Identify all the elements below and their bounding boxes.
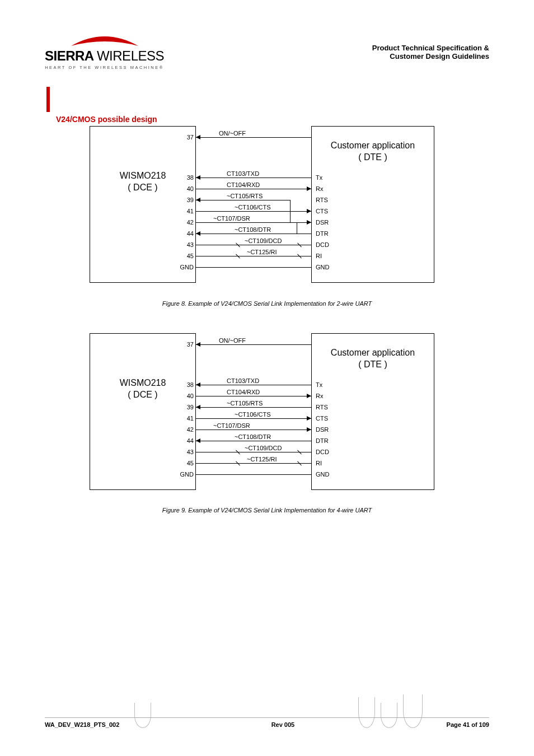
dce-pin: 45 (177, 460, 194, 466)
signal-line (196, 222, 311, 223)
signal-label: ~CT106/CTS (234, 411, 271, 418)
signal-line (196, 385, 311, 385)
nc-mark-icon (297, 449, 302, 455)
dte-pin: RTS (316, 404, 328, 410)
nc-mark-icon (235, 449, 241, 455)
dce-box: WISMO218( DCE ) (90, 126, 196, 283)
nc-mark-icon (297, 242, 302, 248)
signal-line (196, 245, 311, 245)
dce-pin: 44 (177, 230, 194, 237)
dce-pin: 44 (177, 437, 194, 444)
dte-pin: RI (316, 460, 322, 466)
arrow-left-icon (196, 438, 200, 443)
doc-title: Product Technical Specification & Custom… (372, 44, 489, 60)
signal-line (196, 418, 311, 419)
signal-label: ~CT105/RTS (226, 400, 263, 407)
dte-pin: DTR (316, 437, 329, 444)
footer-rev: Rev 005 (271, 721, 295, 728)
page-footer: WA_DEV_W218_PTS_002 Rev 005 Page 41 of 1… (45, 717, 489, 728)
signal-label: ~CT107/DSR (213, 422, 251, 429)
dce-pin: 45 (177, 253, 194, 259)
dte-box: Customer application( DTE ) (311, 333, 434, 490)
signal-line (196, 200, 290, 200)
dte-pin: DTR (316, 230, 329, 237)
signal-label: ~CT108/DTR (234, 433, 271, 440)
signal-line (196, 234, 297, 234)
dte-pin: CTS (316, 415, 328, 422)
arrow-right-icon (307, 416, 311, 421)
signal-line (196, 396, 311, 396)
dce-pin: 40 (177, 185, 194, 192)
signal-line (196, 189, 311, 189)
arrow-left-icon (196, 135, 200, 139)
signal-label: ~CT108/DTR (234, 226, 271, 233)
dte-box: Customer application( DTE ) (311, 126, 434, 283)
signal-label: ~CT109/DCD (244, 445, 282, 451)
dte-pin: DSR (316, 426, 329, 433)
nc-mark-icon (297, 253, 302, 259)
arrow-right-icon (307, 186, 311, 191)
dte-pin: GND (316, 264, 329, 270)
loop-line (297, 222, 297, 234)
diagram-2wire: WISMO218( DCE ) Customer application( DT… (90, 126, 434, 283)
dte-pin: DCD (316, 241, 329, 248)
dte-pin: Tx (316, 174, 322, 181)
nc-mark-icon (235, 242, 241, 248)
nc-mark-icon (297, 460, 302, 466)
signal-line (196, 474, 311, 475)
footer-doc-id: WA_DEV_W218_PTS_002 (45, 721, 119, 728)
dte-label: Customer application( DTE ) (312, 140, 434, 164)
dce-pin: GND (177, 264, 194, 270)
signal-line (196, 256, 311, 256)
dte-pin: Rx (316, 185, 323, 192)
signal-label: ON/~OFF (218, 337, 246, 344)
signal-line (196, 211, 311, 212)
signal-line (196, 407, 311, 408)
dce-pin: 43 (177, 241, 194, 248)
diagram-4wire: WISMO218( DCE ) Customer application( DT… (90, 333, 434, 490)
loop-line (297, 222, 311, 223)
signal-line (196, 463, 311, 464)
arrow-left-icon (196, 382, 200, 387)
signal-label: ~CT109/DCD (244, 237, 282, 244)
section-heading: V24/CMOS possible design (56, 115, 157, 124)
signal-line (196, 344, 311, 345)
dce-pin: 38 (177, 381, 194, 388)
signal-label: ON/~OFF (218, 130, 246, 137)
signal-label: ~CT106/CTS (234, 204, 271, 211)
signal-line (196, 430, 311, 430)
arrow-right-icon (307, 427, 311, 432)
dte-pin: RI (316, 253, 322, 259)
signal-label: ~CT125/RI (246, 249, 278, 255)
nc-mark-icon (235, 253, 241, 259)
signal-label: CT104/RXD (226, 389, 260, 395)
dce-pin: 39 (177, 404, 194, 410)
signal-line (196, 441, 311, 441)
dte-pin: DCD (316, 449, 329, 455)
dte-pin: GND (316, 471, 329, 478)
dce-pin: 38 (177, 174, 194, 181)
dce-pin: 41 (177, 415, 194, 422)
dce-pin: 42 (177, 219, 194, 226)
dte-pin: RTS (316, 197, 328, 203)
dce-pin: 41 (177, 208, 194, 214)
logo: SIERRA WIRELESS HEART OF THE WIRELESS MA… (45, 34, 164, 70)
signal-label: ~CT107/DSR (213, 215, 251, 222)
signal-label: CT104/RXD (226, 181, 260, 188)
signal-label: ~CT125/RI (246, 456, 278, 463)
dce-pin: GND (177, 471, 194, 478)
signal-line (196, 137, 311, 138)
signal-label: CT103/TXD (226, 377, 260, 384)
arrow-left-icon (196, 231, 200, 236)
dte-pin: CTS (316, 208, 328, 214)
nc-mark-icon (235, 460, 241, 466)
footer-page: Page 41 of 109 (447, 721, 489, 728)
signal-line (196, 452, 311, 452)
signal-line (196, 267, 311, 268)
arrow-left-icon (196, 342, 200, 347)
dce-pin: 40 (177, 393, 194, 399)
arrow-left-icon (196, 198, 200, 202)
dce-box: WISMO218( DCE ) (90, 333, 196, 490)
figure-9-caption: Figure 9. Example of V24/CMOS Serial Lin… (0, 507, 534, 514)
margin-accent (46, 87, 50, 112)
